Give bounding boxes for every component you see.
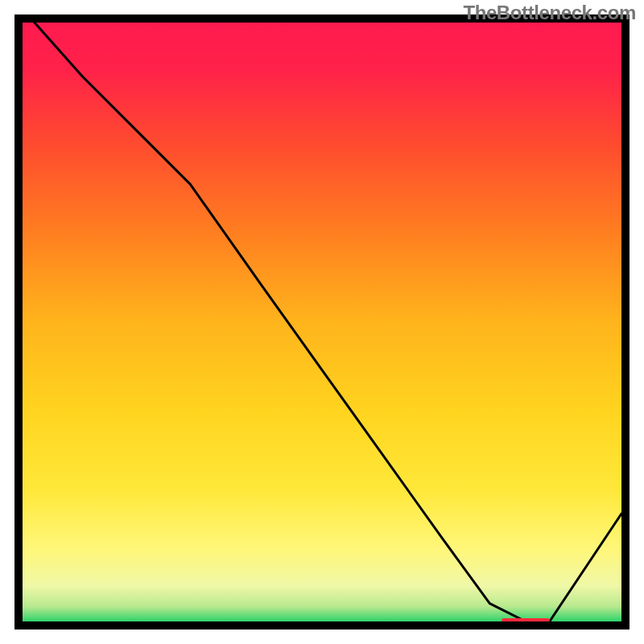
plot-background [23,23,621,621]
watermark-text: TheBottleneck.com [463,2,636,24]
chart-frame: TheBottleneck.com [0,0,644,644]
bottleneck-chart [0,0,644,644]
